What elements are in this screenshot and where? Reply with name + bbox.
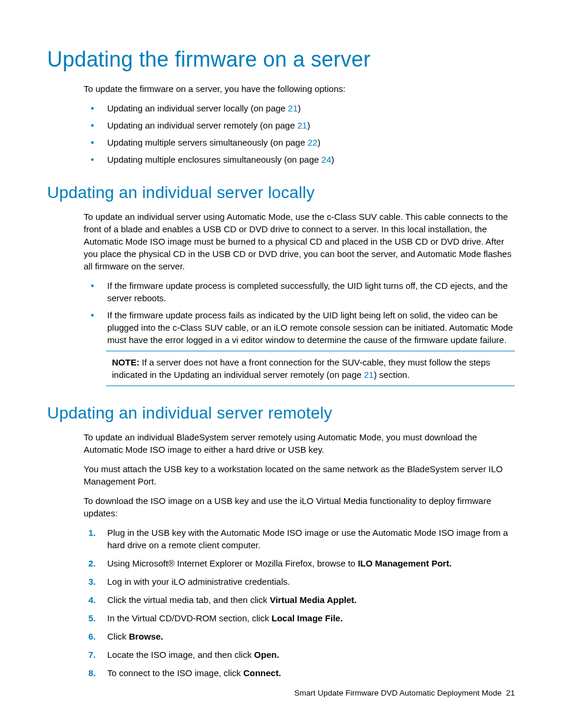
section2-paragraph3: To download the ISO image on a USB key a… bbox=[47, 495, 515, 519]
section2-paragraph1: To update an individual BladeSystem serv… bbox=[47, 431, 515, 456]
step-bold: Virtual Media Applet. bbox=[270, 595, 357, 605]
option-text: Updating an individual server remotely (… bbox=[107, 120, 297, 130]
step-item: Click Browse. bbox=[84, 630, 515, 643]
section2-paragraph2: You must attach the USB key to a worksta… bbox=[47, 463, 515, 487]
option-text: Updating an individual server locally (o… bbox=[107, 103, 288, 113]
page-link[interactable]: 21 bbox=[364, 370, 374, 380]
options-list: Updating an individual server locally (o… bbox=[47, 102, 515, 166]
footer-text: Smart Update Firmware DVD Automatic Depl… bbox=[295, 689, 502, 697]
step-bold: Connect. bbox=[243, 668, 281, 678]
option-tail: ) bbox=[331, 154, 334, 164]
page-link[interactable]: 21 bbox=[297, 120, 308, 130]
step-item: Locate the ISO image, and then click Ope… bbox=[84, 648, 515, 661]
section1-paragraph: To update an individual server using Aut… bbox=[47, 210, 515, 272]
step-item: To connect to the ISO image, click Conne… bbox=[84, 667, 515, 679]
section-heading-remotely: Updating an individual server remotely bbox=[47, 404, 515, 423]
step-bold: Local Image File. bbox=[272, 613, 343, 623]
step-text: Locate the ISO image, and then click bbox=[107, 650, 254, 660]
step-item: Log in with your iLO administrative cred… bbox=[84, 575, 515, 588]
list-item: Updating multiple enclosures simultaneou… bbox=[84, 153, 515, 166]
footer-page-number: 21 bbox=[506, 689, 515, 697]
option-text: Updating multiple enclosures simultaneou… bbox=[107, 154, 322, 164]
page-content: Updating the firmware on a server To upd… bbox=[0, 0, 562, 679]
step-item: Using Microsoft® Internet Explorer or Mo… bbox=[84, 557, 515, 569]
step-item: Plug in the USB key with the Automatic M… bbox=[84, 526, 515, 551]
page-title: Updating the firmware on a server bbox=[47, 47, 515, 72]
page-link[interactable]: 24 bbox=[322, 154, 332, 164]
intro-paragraph: To update the firmware on a server, you … bbox=[47, 83, 515, 95]
page-link[interactable]: 21 bbox=[288, 103, 298, 113]
list-item: Updating multiple servers simultaneously… bbox=[84, 136, 515, 149]
list-item: If the firmware update process fails as … bbox=[84, 309, 515, 346]
section1-bullets: If the firmware update process is comple… bbox=[47, 279, 515, 346]
list-item: Updating an individual server locally (o… bbox=[84, 102, 515, 114]
step-bold: ILO Management Port. bbox=[358, 558, 451, 568]
option-tail: ) bbox=[307, 120, 310, 130]
page-footer: Smart Update Firmware DVD Automatic Depl… bbox=[295, 689, 515, 697]
note-box: NOTE: If a server does not have a front … bbox=[106, 351, 515, 386]
note-text-post: ) section. bbox=[373, 370, 409, 380]
step-text: Click the virtual media tab, and then cl… bbox=[107, 595, 270, 605]
option-tail: ) bbox=[298, 103, 301, 113]
note-label: NOTE: bbox=[112, 357, 140, 367]
step-item: In the Virtual CD/DVD-ROM section, click… bbox=[84, 612, 515, 624]
note-text-pre: If a server does not have a front connec… bbox=[112, 357, 490, 380]
step-text: Using Microsoft® Internet Explorer or Mo… bbox=[107, 558, 358, 568]
steps-list: Plug in the USB key with the Automatic M… bbox=[47, 526, 515, 679]
step-text: To connect to the ISO image, click bbox=[107, 668, 243, 678]
step-text: Click bbox=[107, 631, 129, 641]
list-item: Updating an individual server remotely (… bbox=[84, 119, 515, 131]
section-heading-locally: Updating an individual server locally bbox=[47, 183, 515, 202]
step-bold: Open. bbox=[254, 650, 279, 660]
step-item: Click the virtual media tab, and then cl… bbox=[84, 594, 515, 606]
option-tail: ) bbox=[318, 137, 320, 147]
list-item: If the firmware update process is comple… bbox=[84, 279, 515, 304]
page-link[interactable]: 22 bbox=[308, 137, 318, 147]
option-text: Updating multiple servers simultaneously… bbox=[107, 137, 308, 147]
step-text: In the Virtual CD/DVD-ROM section, click bbox=[107, 613, 272, 623]
step-bold: Browse. bbox=[129, 631, 163, 641]
